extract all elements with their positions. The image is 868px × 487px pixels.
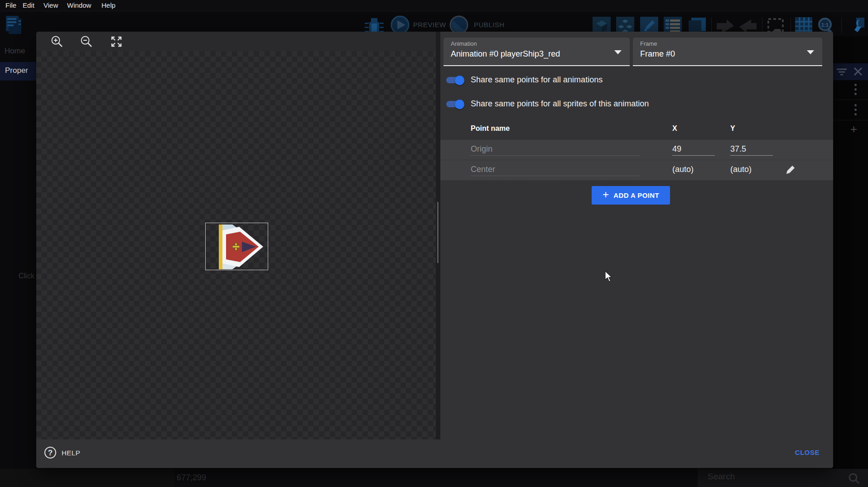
sprite-selection-box[interactable] <box>205 223 268 270</box>
add-point-button[interactable]: + ADD A POINT <box>592 186 670 205</box>
points-table: Point name X Y Origin 49 37.5 Center (au… <box>440 120 833 181</box>
project-manager-icon[interactable] <box>5 15 23 36</box>
edit-pencil-icon[interactable] <box>784 164 796 177</box>
share-points-sprites-toggle[interactable] <box>445 99 464 110</box>
chevron-down-icon <box>807 50 814 54</box>
points-table-header: Point name X Y <box>440 120 833 140</box>
column-header-x: X <box>672 124 677 133</box>
panel-row: + <box>833 121 868 141</box>
status-bar: 677;299 <box>0 469 868 487</box>
zoom-in-icon[interactable] <box>51 35 63 48</box>
table-row-center[interactable]: Center (auto) (auto) <box>440 160 833 181</box>
tab-properties[interactable]: Proper <box>0 62 36 81</box>
search-icon[interactable] <box>848 473 860 484</box>
scrollbar-thumb[interactable] <box>437 202 439 263</box>
point-name-field[interactable]: Origin <box>471 144 640 156</box>
share-points-sprites-row: Share same points for all sprites of thi… <box>440 96 830 113</box>
publish-label[interactable]: PUBLISH <box>474 21 505 29</box>
menu-bar: File Edit View Window Help <box>0 0 868 11</box>
menu-file[interactable]: File <box>5 1 16 9</box>
tools-wrench-icon[interactable] <box>846 17 865 36</box>
share-points-animations-row: Share same points for all animations <box>440 72 830 89</box>
properties-side-panel: + <box>833 36 868 469</box>
filter-icon[interactable] <box>837 68 848 76</box>
properties-panel-header <box>833 63 868 80</box>
share-points-animations-toggle[interactable] <box>445 75 464 86</box>
panel-row <box>833 80 868 100</box>
tab-home[interactable]: Home <box>5 47 25 56</box>
tab-properties-label: Proper <box>5 66 28 75</box>
plus-icon: + <box>603 189 609 200</box>
menu-help[interactable]: Help <box>101 1 116 9</box>
canvas-panel-divider <box>436 32 440 439</box>
add-point-label: ADD A POINT <box>613 191 659 199</box>
cursor-coordinates: 677;299 <box>177 473 206 482</box>
search-input[interactable] <box>708 472 834 482</box>
sprite-image <box>205 223 269 271</box>
table-row-origin[interactable]: Origin 49 37.5 <box>440 140 833 160</box>
point-y-field[interactable]: (auto) <box>730 165 773 176</box>
animation-select[interactable]: Animation Animation #0 playerShip3_red <box>444 38 630 66</box>
preview-label[interactable]: PREVIEW <box>413 21 446 29</box>
kebab-menu-icon[interactable] <box>854 104 857 117</box>
help-label: HELP <box>62 449 80 457</box>
zoom-out-icon[interactable] <box>80 35 93 48</box>
menu-edit[interactable]: Edit <box>23 1 34 9</box>
point-x-field[interactable]: 49 <box>672 144 715 156</box>
sprite-canvas[interactable] <box>36 51 436 439</box>
close-icon[interactable] <box>853 67 863 76</box>
points-panel: Animation Animation #0 playerShip3_red F… <box>440 32 833 439</box>
search-box[interactable] <box>698 469 868 487</box>
kebab-menu-icon[interactable] <box>854 84 857 96</box>
menu-window[interactable]: Window <box>67 1 91 9</box>
points-editor-dialog: Animation Animation #0 playerShip3_red F… <box>36 32 833 468</box>
canvas-toolbar <box>36 32 436 51</box>
close-dialog-button[interactable]: CLOSE <box>795 449 820 456</box>
animation-select-label: Animation <box>451 40 477 47</box>
frame-select-label: Frame <box>640 40 657 47</box>
background-hint-text: Click <box>19 272 34 280</box>
status-cell <box>0 469 174 487</box>
fit-to-screen-icon[interactable] <box>110 35 123 48</box>
mouse-cursor <box>605 271 613 282</box>
svg-text:1:1: 1:1 <box>821 22 829 28</box>
frame-select-value: Frame #0 <box>640 49 675 59</box>
help-button[interactable]: ? HELP <box>44 447 80 458</box>
panel-row <box>833 100 868 120</box>
point-name-field[interactable]: Center <box>471 165 640 176</box>
menu-view[interactable]: View <box>43 1 58 9</box>
frame-select[interactable]: Frame Frame #0 <box>633 38 822 66</box>
toggle-label: Share same points for all sprites of thi… <box>471 99 649 109</box>
point-y-field[interactable]: 37.5 <box>730 144 773 156</box>
animation-select-value: Animation #0 playerShip3_red <box>451 49 560 59</box>
dialog-footer: ? HELP CLOSE <box>36 439 833 468</box>
sprite-canvas-column <box>36 32 436 439</box>
help-icon: ? <box>44 447 56 458</box>
point-x-field[interactable]: (auto) <box>672 165 715 176</box>
add-icon[interactable]: + <box>850 124 860 134</box>
chevron-down-icon <box>614 50 622 54</box>
column-header-y: Y <box>730 124 735 133</box>
column-header-name: Point name <box>471 124 510 133</box>
toggle-label: Share same points for all animations <box>471 75 603 85</box>
